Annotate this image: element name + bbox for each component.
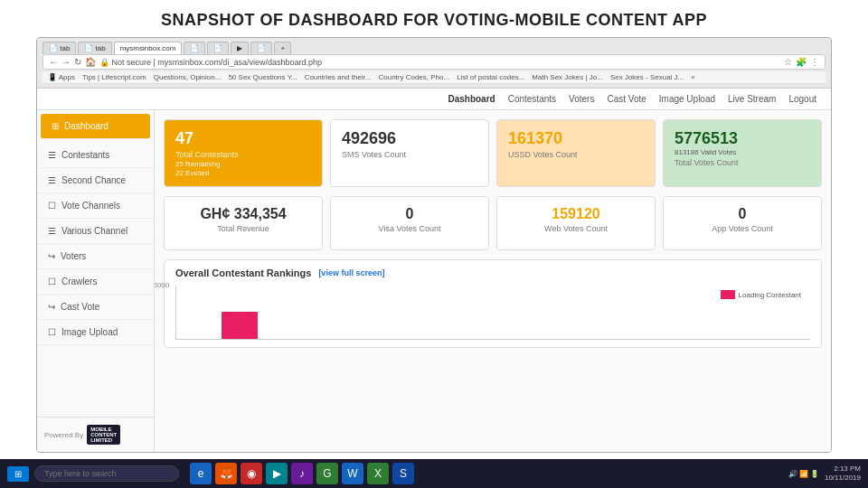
- taskbar-system-tray: 🔊 📶 🔋 2:13 PM 10/11/2019: [788, 465, 862, 483]
- rankings-section: Overall Contestant Rankings [view full s…: [164, 259, 822, 348]
- taskbar-search-input[interactable]: [34, 465, 179, 482]
- sidebar-label-cast-vote: Cast Vote: [61, 302, 99, 312]
- browser-tab[interactable]: 📄: [207, 42, 229, 54]
- sidebar-item-vote-channels[interactable]: ☐ Vote Channels: [37, 193, 154, 219]
- browser-tab-active[interactable]: mysmsinbox.com: [114, 42, 183, 54]
- evicted-label: 22 Evicted: [175, 169, 311, 177]
- ussd-votes-number: 161370: [508, 129, 644, 148]
- reload-button[interactable]: ↻: [74, 57, 81, 67]
- taskbar-apps: e 🦊 ◉ ▶ ♪ G W X S: [190, 463, 783, 484]
- app-votes-number: 0: [675, 206, 810, 222]
- browser-tab[interactable]: 📄: [250, 42, 272, 54]
- taskbar-app-green[interactable]: G: [316, 463, 338, 484]
- nav-live-stream[interactable]: Live Stream: [728, 94, 776, 104]
- taskbar-clock: 2:13 PM 10/11/2019: [825, 465, 861, 483]
- taskbar-app-edge[interactable]: e: [190, 463, 212, 484]
- stat-card-ussd: 161370 USSD Votes Count: [496, 119, 656, 187]
- taskbar-app-music[interactable]: ♪: [291, 463, 313, 484]
- nav-voters[interactable]: Voters: [569, 94, 594, 104]
- taskbar: ⊞ e 🦊 ◉ ▶ ♪ G W X S 🔊 📶 🔋 2:13 PM 10/11/…: [0, 459, 868, 488]
- bookmark-item[interactable]: 📱 Apps: [48, 73, 75, 81]
- bookmark-item[interactable]: Country Codes, Pho...: [378, 73, 449, 81]
- web-votes-label: Web Votes Count: [508, 224, 644, 233]
- rankings-header: Overall Contestant Rankings [view full s…: [175, 267, 810, 278]
- bookmark-item[interactable]: Math Sex Jokes | Jo...: [532, 73, 603, 81]
- image-upload-icon: ☐: [48, 327, 56, 337]
- contestants-label: Total Contestants: [175, 150, 311, 159]
- browser-chrome: 📄 tab 📄 tab mysmsinbox.com 📄 📄 ▶ 📄 + ← →…: [37, 38, 831, 89]
- slide-title: SNAPSHOT OF DASHBOARD FOR VOTING-MOBILE …: [0, 0, 868, 37]
- remaining-label: 25 Remaining: [175, 160, 311, 168]
- powered-by-text: Powered By: [44, 431, 83, 439]
- bookmark-item[interactable]: 50 Sex Questions Y...: [228, 73, 297, 81]
- chart-area: 25000 Loading Contestant: [175, 286, 810, 340]
- nav-logout[interactable]: Logout: [788, 94, 816, 104]
- contestants-number: 47: [175, 129, 311, 148]
- nav-cast-vote[interactable]: Cast Vote: [607, 94, 646, 104]
- visa-votes-number: 0: [342, 206, 477, 222]
- taskbar-app-chrome[interactable]: ◉: [241, 463, 262, 484]
- app-inner: Dashboard Contestants Voters Cast Vote I…: [37, 89, 831, 452]
- contestants-icon: ☰: [48, 150, 56, 160]
- browser-tab[interactable]: 📄 tab: [42, 42, 76, 54]
- sidebar-label-voters: Voters: [61, 251, 86, 261]
- bookmark-more[interactable]: »: [691, 73, 694, 81]
- browser-tab[interactable]: 📄 tab: [78, 42, 111, 54]
- crawlers-icon: ☐: [48, 277, 56, 286]
- nav-dashboard[interactable]: Dashboard: [448, 94, 495, 104]
- nav-image-upload[interactable]: Image Upload: [659, 94, 715, 104]
- extensions-button[interactable]: 🧩: [796, 57, 807, 67]
- bookmark-item[interactable]: List of postal codes...: [457, 73, 524, 81]
- sms-votes-label: SMS Votes Count: [342, 150, 477, 159]
- bookmark-button[interactable]: ☆: [784, 57, 792, 67]
- forward-button[interactable]: →: [61, 57, 71, 67]
- clock-time: 2:13 PM: [825, 465, 861, 474]
- home-button[interactable]: 🏠: [85, 57, 96, 67]
- browser-tab[interactable]: 📄: [184, 42, 205, 54]
- stats-row-1: 47 Total Contestants 25 Remaining 22 Evi…: [164, 119, 822, 187]
- url-text: 🔒 Not secure | mysmsinbox.com/di_asa/vie…: [99, 58, 780, 67]
- chart-legend: Loading Contestant: [721, 290, 801, 299]
- sidebar-label-contestants: Contestants: [61, 150, 109, 160]
- app-votes-label: App Votes Count: [675, 224, 810, 233]
- address-bar[interactable]: ← → ↻ 🏠 🔒 Not secure | mysmsinbox.com/di…: [42, 54, 826, 70]
- stat-card-contestants: 47 Total Contestants 25 Remaining 22 Evi…: [164, 119, 323, 187]
- new-tab-button[interactable]: +: [274, 42, 291, 54]
- browser-tab[interactable]: ▶: [231, 42, 249, 54]
- various-channel-icon: ☰: [48, 226, 56, 236]
- taskbar-app-word[interactable]: W: [342, 463, 363, 484]
- bookmarks-bar: 📱 Apps Tips | Lifescript.com Questions, …: [42, 71, 826, 84]
- bookmark-item[interactable]: Tips | Lifescript.com: [82, 73, 146, 81]
- sidebar-item-image-upload[interactable]: ☐ Image Upload: [37, 320, 154, 345]
- taskbar-app-skype[interactable]: S: [392, 463, 414, 484]
- main-dashboard: 47 Total Contestants 25 Remaining 22 Evi…: [155, 110, 831, 452]
- sidebar-item-dashboard[interactable]: ⊞ Dashboard: [41, 114, 150, 139]
- bookmark-item[interactable]: Sex Jokes - Sexual J...: [610, 73, 684, 81]
- sidebar-item-contestants[interactable]: ☰ Contestants: [37, 143, 154, 168]
- voters-icon: ↪: [48, 251, 55, 261]
- tray-icons: 🔊 📶 🔋: [788, 470, 819, 478]
- app-content: ⊞ Dashboard ☰ Contestants ☰ Second Chanc…: [37, 110, 831, 452]
- ussd-votes-label: USSD Votes Count: [508, 150, 644, 159]
- taskbar-app-excel[interactable]: X: [367, 463, 389, 484]
- nav-contestants[interactable]: Contestants: [508, 94, 556, 104]
- bookmark-item[interactable]: Countries and their...: [305, 73, 372, 81]
- sidebar-item-crawlers[interactable]: ☐ Crawlers: [37, 269, 154, 295]
- view-full-screen-link[interactable]: [view full screen]: [318, 268, 384, 277]
- revenue-label: Total Revenue: [175, 224, 311, 233]
- start-button[interactable]: ⊞: [7, 466, 29, 482]
- stat-card-app: 0 App Votes Count: [663, 196, 822, 250]
- second-chance-icon: ☰: [48, 175, 56, 185]
- legend-color: [721, 290, 735, 299]
- stat-card-revenue: GH¢ 334,354 Total Revenue: [164, 196, 323, 250]
- sidebar-item-various-channel[interactable]: ☰ Various Channel: [37, 219, 154, 244]
- sidebar-item-voters[interactable]: ↪ Voters: [37, 244, 154, 269]
- sidebar-item-second-chance[interactable]: ☰ Second Chance: [37, 168, 154, 193]
- taskbar-app-firefox[interactable]: 🦊: [215, 463, 237, 484]
- sidebar-item-cast-vote[interactable]: ↪ Cast Vote: [37, 295, 154, 320]
- bookmark-item[interactable]: Questions, Opinion...: [154, 73, 222, 81]
- taskbar-app-media[interactable]: ▶: [266, 463, 288, 484]
- menu-button[interactable]: ⋮: [810, 57, 819, 67]
- back-button[interactable]: ←: [49, 57, 58, 67]
- dashboard-icon: ⊞: [52, 121, 59, 131]
